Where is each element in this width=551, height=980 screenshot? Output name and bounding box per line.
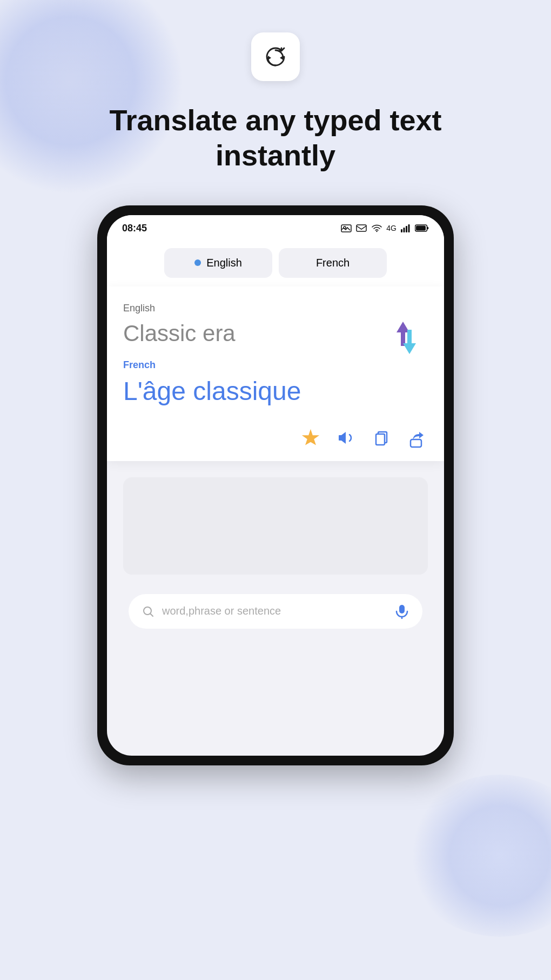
status-bar: 08:45 4G <box>107 215 444 239</box>
status-icons: 4G <box>341 224 429 232</box>
svg-marker-1 <box>268 56 271 60</box>
swap-icon[interactable] <box>385 316 428 359</box>
source-language-label: English <box>206 257 242 269</box>
search-placeholder: word,phrase or sentence <box>162 605 387 617</box>
svg-rect-8 <box>406 226 407 232</box>
phone-screen: 08:45 4G <box>107 215 444 756</box>
battery-icon <box>415 224 429 232</box>
svg-line-18 <box>151 614 153 616</box>
svg-rect-11 <box>416 226 426 231</box>
target-language-button[interactable]: French <box>279 248 387 278</box>
active-dot <box>194 259 201 266</box>
target-text: L'âge classique <box>123 376 428 406</box>
search-bar-container: word,phrase or sentence <box>107 585 444 656</box>
microphone-icon[interactable] <box>394 604 409 619</box>
wifi-icon <box>371 224 382 232</box>
text-input-area[interactable] <box>123 477 428 575</box>
target-lang-label: French <box>123 359 428 371</box>
search-icon <box>142 605 154 618</box>
network-type: 4G <box>386 224 397 232</box>
svg-rect-16 <box>411 439 421 447</box>
share-button[interactable] <box>407 428 428 448</box>
top-section: Translate any typed text instantly 08:45 <box>0 0 551 765</box>
target-language-label: French <box>316 257 350 269</box>
language-selector: English French <box>107 239 444 286</box>
phone-frame: 08:45 4G <box>97 205 454 765</box>
source-text: Classic era <box>123 321 428 346</box>
refresh-icon <box>264 45 287 69</box>
translation-card: English Classic era French L'âge classiq… <box>107 286 444 461</box>
search-bar[interactable]: word,phrase or sentence <box>129 594 422 629</box>
source-lang-label: English <box>123 303 428 314</box>
copy-button[interactable] <box>372 428 392 448</box>
svg-marker-0 <box>280 56 283 60</box>
svg-rect-7 <box>404 228 405 232</box>
action-icons-row <box>123 422 428 448</box>
favorite-button[interactable] <box>300 428 321 448</box>
status-time: 08:45 <box>122 223 147 234</box>
svg-rect-4 <box>357 225 366 231</box>
svg-rect-6 <box>401 229 402 232</box>
refresh-button[interactable] <box>251 32 300 81</box>
svg-point-5 <box>377 231 378 232</box>
signal-icon <box>401 224 411 232</box>
photo-icon <box>341 224 352 232</box>
headline: Translate any typed text instantly <box>77 103 474 173</box>
svg-rect-9 <box>408 224 410 232</box>
mail-icon <box>356 224 367 232</box>
bg-blob-bottom-right <box>405 775 551 937</box>
phone-container: 08:45 4G <box>59 205 492 765</box>
source-language-button[interactable]: English <box>164 248 272 278</box>
svg-rect-15 <box>376 434 385 445</box>
svg-rect-19 <box>399 605 405 614</box>
speaker-button[interactable] <box>336 428 357 448</box>
input-area <box>107 461 444 585</box>
